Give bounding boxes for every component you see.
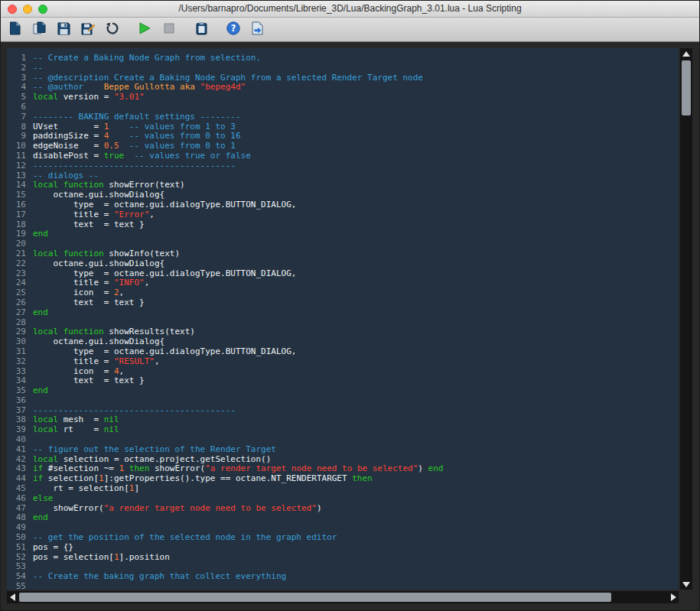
- line-number: 5: [7, 93, 33, 102]
- code-line: 34 text = text }: [7, 376, 679, 386]
- zoom-button[interactable]: [38, 5, 47, 14]
- line-number: 2: [7, 63, 33, 73]
- help-button[interactable]: ?: [226, 21, 241, 38]
- toolbar: ?: [1, 18, 699, 42]
- line-number: 45: [7, 484, 33, 494]
- run-script-button[interactable]: [137, 21, 152, 38]
- code-line: 18 text = text }: [7, 220, 679, 230]
- code-line: 50-- get the position of the selected no…: [7, 533, 679, 543]
- clipboard-script-icon: [196, 21, 207, 37]
- line-number: 30: [7, 337, 33, 347]
- save-as-script-icon: [81, 22, 95, 37]
- line-number: 51: [7, 543, 33, 553]
- arrow-right-icon: [671, 593, 676, 601]
- window-title: /Users/barnapro/Documents/Librerie_3D/Lu…: [1, 1, 699, 17]
- line-number: 16: [7, 200, 33, 210]
- code-line: 35end: [7, 386, 679, 396]
- arrow-down-icon: [682, 582, 690, 587]
- save-as-script-button[interactable]: [80, 21, 96, 38]
- code-line: 54-- Create the baking graph that collec…: [7, 572, 679, 582]
- vertical-scrollbar[interactable]: [680, 48, 692, 590]
- code-line: 19end: [7, 229, 679, 239]
- stop-script-icon: [164, 23, 174, 36]
- line-number: 35: [7, 386, 33, 396]
- scroll-down-button[interactable]: [680, 579, 692, 590]
- line-number: 11: [7, 151, 33, 161]
- scroll-right-button[interactable]: [668, 593, 679, 601]
- vertical-scroll-track[interactable]: [680, 59, 692, 579]
- line-number: 36: [7, 396, 33, 406]
- arrow-up-icon: [682, 51, 690, 57]
- new-script-icon: [9, 21, 21, 37]
- save-script-icon: [57, 22, 70, 37]
- line-number: 8: [7, 122, 33, 132]
- line-number: 1: [7, 54, 33, 63]
- arrow-left-icon: [10, 593, 15, 601]
- titlebar[interactable]: /Users/barnapro/Documents/Librerie_3D/Lu…: [1, 1, 699, 18]
- svg-text:?: ?: [231, 23, 236, 34]
- code-line: 39local rt = nil: [7, 425, 679, 435]
- code-line: 12--------------------------------------…: [7, 161, 679, 171]
- traffic-lights: [8, 5, 47, 14]
- line-number: 12: [7, 161, 33, 171]
- lua-scripting-window: /Users/barnapro/Documents/Librerie_3D/Lu…: [0, 0, 700, 611]
- open-script-button[interactable]: [31, 21, 47, 38]
- code-line: 27end: [7, 308, 679, 318]
- line-number: 6: [7, 102, 33, 112]
- line-number: 55: [7, 582, 33, 590]
- code-line: 26 text = text }: [7, 298, 679, 308]
- line-number: 26: [7, 298, 33, 308]
- open-script-icon: [33, 21, 46, 37]
- horizontal-scroll-track[interactable]: [18, 591, 668, 603]
- code-line: 48end: [7, 513, 679, 523]
- line-number: 25: [7, 288, 33, 298]
- api-browser-button[interactable]: [250, 21, 265, 38]
- line-number: 50: [7, 533, 33, 543]
- reload-script-button[interactable]: [105, 21, 120, 38]
- code-line: 45 rt = selection[1]: [7, 484, 679, 494]
- horizontal-scroll-thumb[interactable]: [19, 593, 611, 602]
- save-script-button[interactable]: [56, 21, 71, 38]
- code-editor[interactable]: 1-- Create a Baking Node Graph from sele…: [7, 48, 679, 590]
- code-line: 47 showError("a render target node need …: [7, 504, 679, 514]
- clipboard-script-button[interactable]: [194, 21, 209, 38]
- line-number: 17: [7, 210, 33, 220]
- new-script-button[interactable]: [7, 21, 22, 38]
- close-button[interactable]: [8, 5, 17, 14]
- line-number: 31: [7, 347, 33, 357]
- code-line: 5local version = "3.01": [7, 93, 679, 102]
- minimize-button[interactable]: [23, 5, 32, 14]
- code-line: 52pos = selection[1].position: [7, 553, 679, 563]
- scroll-up-button[interactable]: [680, 48, 692, 59]
- code-area: 1-- Create a Baking Node Graph from sele…: [7, 54, 679, 590]
- line-number: 46: [7, 494, 33, 504]
- run-script-icon: [138, 22, 151, 37]
- api-browser-icon: [252, 21, 264, 37]
- line-number: 41: [7, 445, 33, 455]
- line-number: 32: [7, 357, 33, 367]
- line-number: 40: [7, 435, 33, 445]
- editor-frame: 1-- Create a Baking Node Graph from sele…: [1, 42, 699, 610]
- line-number: 22: [7, 259, 33, 269]
- reload-script-icon: [106, 21, 119, 37]
- code-line: 55: [7, 582, 679, 590]
- vertical-scroll-thumb[interactable]: [682, 60, 691, 115]
- line-number: 27: [7, 308, 33, 318]
- line-number: 7: [7, 112, 33, 122]
- help-icon: ?: [226, 21, 240, 37]
- line-number: 21: [7, 249, 33, 259]
- line-number: 4: [7, 83, 33, 93]
- line-number: 3: [7, 73, 33, 83]
- scroll-left-button[interactable]: [7, 593, 18, 601]
- stop-script-button[interactable]: [161, 21, 177, 38]
- code-line: 1-- Create a Baking Node Graph from sele…: [7, 54, 679, 63]
- horizontal-scrollbar[interactable]: [7, 591, 679, 603]
